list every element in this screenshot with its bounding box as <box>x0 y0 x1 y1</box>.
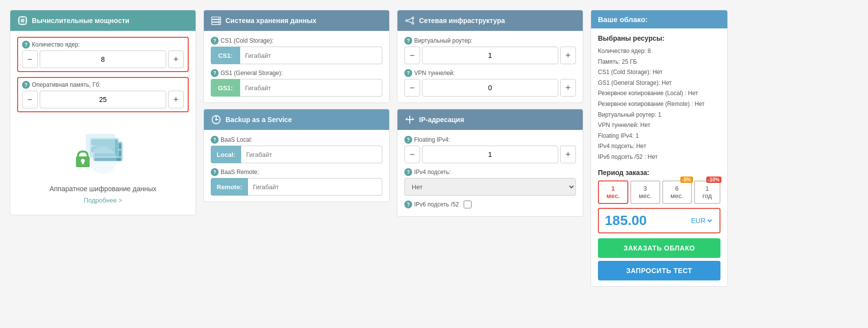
svg-point-32 <box>219 23 220 24</box>
svg-point-31 <box>219 21 220 22</box>
cores-help-icon[interactable]: ? <box>22 41 30 49</box>
compute-section-header: Вычислительные мощности <box>10 10 196 31</box>
floating-stepper: − + <box>404 146 576 163</box>
baas-local-input[interactable] <box>241 146 382 163</box>
resources-title: Выбраны ресурсы: <box>598 34 720 42</box>
test-button[interactable]: ЗАПРОСИТЬ ТЕСТ <box>598 261 720 280</box>
gs1-help-icon[interactable]: ? <box>211 69 219 77</box>
cs1-storage-row: CS1: <box>211 47 382 64</box>
cores-minus-button[interactable]: − <box>22 50 38 68</box>
baas-local-help-icon[interactable]: ? <box>211 136 219 144</box>
floating-help-icon[interactable]: ? <box>404 136 412 144</box>
svg-line-41 <box>407 21 412 23</box>
ipv6-subnet-field: ? IPv6 подсеть /52 <box>404 201 576 210</box>
price-value: 185.00 <box>605 213 686 228</box>
ipv4-help-icon[interactable]: ? <box>404 168 412 176</box>
cs1-prefix: CS1: <box>211 47 240 64</box>
network-icon <box>404 15 415 26</box>
encryption-illustration <box>71 127 135 181</box>
cpu-icon <box>17 15 28 26</box>
baas-remote-help-icon[interactable]: ? <box>211 168 219 176</box>
cs1-field: ? CS1 (Cold Storage): CS1: <box>211 37 382 64</box>
gs1-prefix: GS1: <box>211 79 240 97</box>
cores-label: ? Количество ядер: <box>22 41 184 49</box>
cores-plus-button[interactable]: + <box>168 50 184 68</box>
vpn-field: ? VPN туннелей: − + <box>404 69 576 97</box>
ipv4-select[interactable]: Нет /24 /25 <box>404 178 576 196</box>
baas-remote-input[interactable] <box>248 178 382 196</box>
ip-icon <box>404 114 415 125</box>
router-input[interactable] <box>422 47 558 64</box>
currency-select[interactable]: EURUSDRUB <box>689 216 714 225</box>
encryption-link[interactable]: Подробнее > <box>84 197 123 204</box>
router-minus-button[interactable]: − <box>404 47 420 64</box>
ipv6-checkbox[interactable] <box>464 201 471 208</box>
memory-minus-button[interactable]: − <box>22 91 38 108</box>
svg-point-36 <box>215 119 217 121</box>
period-label: Период заказа: <box>598 169 720 177</box>
ipv4-dropdown-row: Нет /24 /25 <box>404 178 576 196</box>
list-item: VPN туннелей: Нет <box>598 120 720 131</box>
floating-plus-button[interactable]: + <box>560 146 576 163</box>
gs1-input[interactable] <box>240 79 382 97</box>
svg-point-39 <box>412 23 414 25</box>
storage-header-label: Система хранения данных <box>225 17 317 25</box>
backup-header-label: Backup as a Service <box>225 116 292 124</box>
svg-rect-1 <box>21 19 24 22</box>
memory-input[interactable] <box>40 91 166 108</box>
backup-icon <box>211 114 222 125</box>
cs1-help-icon[interactable]: ? <box>211 37 219 45</box>
vpn-help-icon[interactable]: ? <box>404 69 412 77</box>
list-item: CS1 (Cold Storage): Нет <box>598 67 720 78</box>
period-button-3[interactable]: 1 год-10% <box>694 180 720 204</box>
svg-point-30 <box>219 18 220 19</box>
router-plus-button[interactable]: + <box>560 47 576 64</box>
router-stepper: − + <box>404 47 576 64</box>
svg-point-37 <box>406 20 408 22</box>
storage-icon <box>211 15 222 26</box>
list-item: Виртуальный роутер: 1 <box>598 110 720 121</box>
list-item: GS1 (General Storage): Нет <box>598 78 720 89</box>
vpn-input[interactable] <box>422 79 558 97</box>
memory-help-icon[interactable]: ? <box>22 81 30 89</box>
list-item: Резервное копирование (Local) : Нет <box>598 88 720 99</box>
period-button-0[interactable]: 1 мес. <box>598 180 628 204</box>
list-item: IPv6 подсеть /52 : Нет <box>598 152 720 163</box>
list-item: Floating IPv4: 1 <box>598 131 720 142</box>
baas-local-storage-row: Local: <box>211 146 382 163</box>
list-item: Резервное копирование (Remote) : Нет <box>598 99 720 110</box>
period-button-1[interactable]: 3 мес. <box>630 180 660 204</box>
compute-header-label: Вычислительные мощности <box>32 17 129 25</box>
ip-section-header: IP-адресация <box>397 109 583 130</box>
list-item: Память: 25 ГБ <box>598 57 720 68</box>
vpn-stepper: − + <box>404 79 576 97</box>
vpn-plus-button[interactable]: + <box>560 79 576 97</box>
gs1-storage-row: GS1: <box>211 79 382 97</box>
period-badge-2: -5% <box>680 177 693 183</box>
svg-rect-25 <box>82 161 84 164</box>
cs1-input[interactable] <box>240 47 382 64</box>
vpn-minus-button[interactable]: − <box>404 79 420 97</box>
network-section-header: Сетевая инфраструктура <box>397 10 583 31</box>
sidebar-panel: Ваше облако: Выбраны ресурсы: Количество… <box>591 10 728 287</box>
memory-plus-button[interactable]: + <box>168 91 184 108</box>
memory-field-container: ? Оперативная память, Гб: − + <box>17 77 189 112</box>
baas-remote-field: ? BaaS Remote: Remote: <box>211 168 382 196</box>
router-field: ? Виртуальный роутер: − + <box>404 37 576 64</box>
period-button-2[interactable]: 6 мес.-5% <box>662 180 692 204</box>
ipv6-help-icon[interactable]: ? <box>404 201 412 208</box>
backup-section-header: Backup as a Service <box>204 109 389 130</box>
baas-remote-prefix: Remote: <box>211 178 248 196</box>
router-help-icon[interactable]: ? <box>404 37 412 45</box>
svg-line-40 <box>407 18 412 20</box>
list-item: Количество ядер: 8 <box>598 46 720 57</box>
order-button[interactable]: ЗАКАЗАТЬ ОБЛАКО <box>598 238 720 258</box>
cores-input[interactable] <box>40 50 166 68</box>
svg-point-38 <box>412 17 414 19</box>
floating-field: ? Floating IPv4: − + <box>404 136 576 163</box>
ip-header-label: IP-адресация <box>419 116 464 124</box>
floating-minus-button[interactable]: − <box>404 146 420 163</box>
period-badge-3: -10% <box>706 177 721 183</box>
cores-field-container: ? Количество ядер: − + <box>17 37 189 72</box>
floating-input[interactable] <box>422 146 558 163</box>
